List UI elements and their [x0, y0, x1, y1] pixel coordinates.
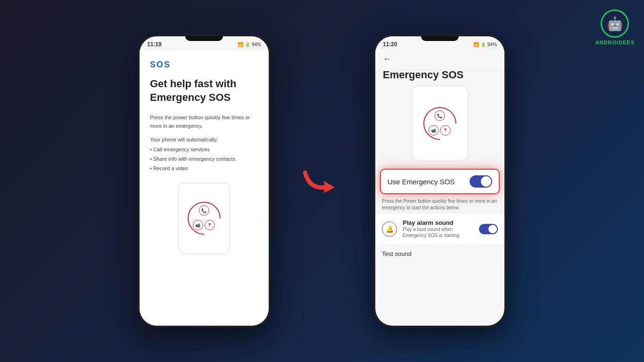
- phone1-battery-icon: 🔋: [245, 42, 250, 47]
- phone2-battery-pct: 94%: [487, 42, 497, 47]
- test-sound-row[interactable]: Test sound: [375, 245, 504, 263]
- phone2-status-icons: 📶 🔋 94%: [473, 42, 497, 47]
- phone2-header: ←: [375, 50, 504, 69]
- phone1-battery-pct: 94%: [252, 42, 261, 47]
- arrow-svg: [301, 162, 343, 200]
- video-icon: 📹: [193, 220, 204, 230]
- sos-circle: 📞 📹 📍: [181, 195, 228, 241]
- phone1-title: Get help fast with Emergency SOS: [150, 77, 258, 104]
- list-item-1: • Call emergency services: [150, 145, 258, 155]
- android-icon: 🤖: [607, 16, 623, 32]
- video-icon-2: 📹: [429, 125, 439, 136]
- phone2-sos-illustration: 📞 📹 📍: [412, 86, 468, 161]
- emergency-sos-toggle-row[interactable]: Use Emergency SOS: [380, 169, 500, 194]
- sos-icons-group-2: 📞 📹 📍: [427, 111, 453, 137]
- phone1-sos-illustration: 📞 📹 📍: [178, 183, 230, 254]
- phone2-title: Emergency SOS: [375, 69, 504, 86]
- toggle-description: Press the Power button quickly five time…: [375, 194, 504, 213]
- phone1-wifi-icon: 📶: [238, 42, 243, 47]
- logo-text: ANDROIDEES: [595, 40, 635, 45]
- svg-marker-0: [324, 181, 335, 193]
- location-icon-2: 📍: [441, 125, 451, 136]
- emergency-sos-toggle-label: Use Emergency SOS: [388, 178, 455, 186]
- alarm-icon: 🔔: [382, 222, 397, 237]
- phone2-time: 11:20: [383, 41, 397, 48]
- phone1-list: • Call emergency services • Share info w…: [150, 145, 258, 173]
- list-item-3: • Record a video: [150, 164, 258, 173]
- alarm-title: Play alarm sound: [403, 219, 473, 226]
- phone2-battery-icon: 🔋: [480, 42, 486, 47]
- emergency-sos-toggle-switch[interactable]: [470, 175, 492, 188]
- arrow-container: [298, 162, 346, 200]
- phone2-inner: 11:20 📶 🔋 94% ← Emergency SOS: [375, 36, 504, 326]
- alarm-toggle[interactable]: [479, 224, 498, 234]
- phones-container: 11:19 📶 🔋 94% SOS Get help fast with Eme…: [138, 35, 506, 327]
- sos-badge: SOS: [150, 60, 258, 70]
- phone1-time: 11:19: [147, 41, 162, 48]
- sos-circle-2: 📞 📹 📍: [417, 100, 463, 147]
- test-sound-label: Test sound: [382, 250, 412, 257]
- page-background: 🤖 ANDROIDEES 11:19 📶 🔋 94% SOS: [0, 0, 644, 362]
- phone-1: 11:19 📶 🔋 94% SOS Get help fast with Eme…: [138, 35, 270, 327]
- phone1-inner: 11:19 📶 🔋 94% SOS Get help fast with Eme…: [140, 36, 269, 326]
- phone1-content: SOS Get help fast with Emergency SOS Pre…: [140, 50, 269, 326]
- phone1-list-title: Your phone will automatically:: [150, 137, 258, 142]
- alarm-sub: Play a loud sound when Emergency SOS is …: [403, 226, 473, 239]
- phone1-notch: [185, 36, 223, 41]
- phone-icon-2: 📞: [435, 111, 445, 121]
- logo-circle: 🤖: [601, 9, 629, 38]
- phone2-notch: [421, 36, 459, 41]
- phone1-status-icons: 📶 🔋 94%: [238, 42, 261, 47]
- phone1-description: Press the power button quickly five time…: [150, 114, 258, 130]
- logo-area: 🤖 ANDROIDEES: [595, 9, 635, 45]
- phone-2: 11:20 📶 🔋 94% ← Emergency SOS: [374, 35, 506, 327]
- location-icon: 📍: [205, 220, 215, 230]
- back-button[interactable]: ←: [383, 54, 391, 64]
- phone2-wifi-icon: 📶: [473, 42, 479, 47]
- phone2-body: 📞 📹 📍 Use Emergency SOS Press the Power …: [375, 86, 504, 326]
- play-alarm-setting: 🔔 Play alarm sound Play a loud sound whe…: [375, 213, 504, 244]
- list-item-2: • Share info with emergency contacts: [150, 155, 258, 164]
- sos-icons-group: 📞 📹 📍: [191, 205, 217, 231]
- alarm-text: Play alarm sound Play a loud sound when …: [403, 219, 473, 239]
- phone-icon: 📞: [199, 205, 209, 215]
